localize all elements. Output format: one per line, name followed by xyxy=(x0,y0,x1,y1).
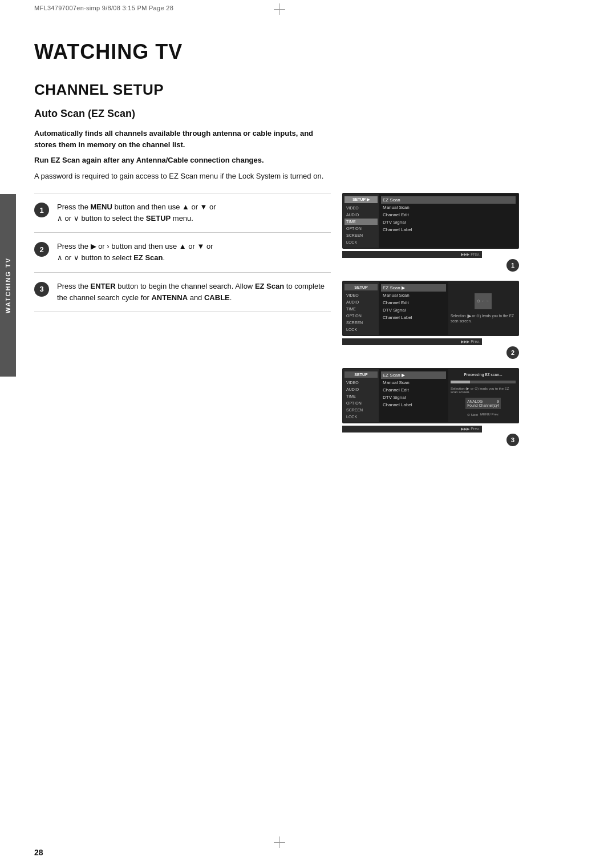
tv-next-label: ⊙ Next xyxy=(467,413,478,417)
tv-found-count: 4 xyxy=(497,403,499,407)
tv-menu-channeledit-2: Channel Edit xyxy=(381,299,446,306)
steps-left: 1 Press the MENU button and then use ▲ o… xyxy=(34,193,331,451)
tv-menu-dtvsignal-1: DTV Signal xyxy=(381,219,516,226)
screen-wrapper-2: SETUP VIDEO AUDIO TIME OPTION SCREEN LOC… xyxy=(342,281,593,360)
tv-nav-row: ⊙ Next MENU Prev. xyxy=(467,413,499,417)
page-content: WATCHING TV CHANNEL SETUP Auto Scan (EZ … xyxy=(34,23,593,842)
tv-progress-bar xyxy=(451,381,516,383)
crosshair-top xyxy=(274,3,285,15)
tv-sidebar-screen-3: SCREEN xyxy=(345,407,378,413)
step-text-2: Press the ▶ or › button and then use ▲ o… xyxy=(57,241,331,264)
tv-menu-ezscan-3: EZ Scan ▶ xyxy=(381,371,446,379)
crosshair-bottom xyxy=(274,836,285,848)
tv-screen-3: SETUP VIDEO AUDIO TIME OPTION SCREEN LOC… xyxy=(342,368,519,423)
tv-footer-1: ▶▶▶ Prev. xyxy=(342,251,482,258)
tv-right-image-2: ⊙ ←→ xyxy=(475,293,492,309)
tv-screen-1: SETUP ▶ VIDEO AUDIO TIME OPTION SCREEN L… xyxy=(342,193,519,249)
tv-sidebar-screen-2: SCREEN xyxy=(345,320,378,326)
tv-right-caption-2: Selection (▶ or ⊙) leads you to the EZ s… xyxy=(451,314,516,324)
screen-wrapper-3: SETUP VIDEO AUDIO TIME OPTION SCREEN LOC… xyxy=(342,368,593,447)
step-row-1: 1 Press the MENU button and then use ▲ o… xyxy=(34,193,331,232)
tv-menu-label: MENU Prev. xyxy=(480,413,499,417)
meta-line: MFL34797007en-simp 9/8/08 3:15 PM Page 2… xyxy=(34,5,173,11)
tv-menu-channeledit-3: Channel Edit xyxy=(381,386,446,394)
tv-sidebar-header-1: SETUP ▶ xyxy=(345,196,378,203)
step-row-2: 2 Press the ▶ or › button and then use ▲… xyxy=(34,232,331,272)
tv-sidebar-screen-1: SCREEN xyxy=(345,232,378,239)
tv-menu-manualscan-2: Manual Scan xyxy=(381,292,446,299)
screen-badge-2: 2 xyxy=(506,346,519,359)
step-row-3: 3 Press the ENTER button to begin the ch… xyxy=(34,272,331,312)
tv-analog-label: ANALOG xyxy=(467,399,483,403)
tv-menu-dtvsignal-3: DTV Signal xyxy=(381,394,446,401)
tv-footer-3: ▶▶▶ Prev. xyxy=(342,426,482,432)
tv-sidebar-2: SETUP VIDEO AUDIO TIME OPTION SCREEN LOC… xyxy=(343,282,379,335)
step-number-3: 3 xyxy=(34,282,49,297)
side-tab: WATCHING TV xyxy=(0,194,16,377)
steps-area: 1 Press the MENU button and then use ▲ o… xyxy=(34,193,593,451)
tv-sidebar-video-2: VIDEO xyxy=(345,292,378,298)
tv-sidebar-option-3: OPTION xyxy=(345,400,378,406)
tv-progress-fill xyxy=(451,381,470,383)
tv-analog-box: ANALOG 9 Found Channel(s) 4 xyxy=(465,398,501,409)
tv-sidebar-video-1: VIDEO xyxy=(345,205,378,211)
page-title: WATCHING TV xyxy=(34,40,593,64)
tv-sidebar-1: SETUP ▶ VIDEO AUDIO TIME OPTION SCREEN L… xyxy=(343,194,379,248)
tv-menu-ezscan-1: EZ Scan xyxy=(381,196,516,204)
steps-right: SETUP ▶ VIDEO AUDIO TIME OPTION SCREEN L… xyxy=(342,193,593,451)
tv-menu-channellabel-2: Channel Label xyxy=(381,314,446,321)
tv-menu-channellabel-3: Channel Label xyxy=(381,401,446,409)
screen-badge-3: 3 xyxy=(506,434,519,446)
step-text-3: Press the ENTER button to begin the chan… xyxy=(57,281,331,304)
tv-menu-channeledit-1: Channel Edit xyxy=(381,211,516,219)
tv-selection-text-3: Selection (▶ or ⊙) leads you to the EZ s… xyxy=(451,386,516,394)
tv-sidebar-lock-2: LOCK xyxy=(345,326,378,333)
tv-sidebar-time-3: TIME xyxy=(345,393,378,399)
tv-screen-2: SETUP VIDEO AUDIO TIME OPTION SCREEN LOC… xyxy=(342,281,519,336)
tv-menu-manualscan-1: Manual Scan xyxy=(381,204,516,211)
tv-sidebar-header-3: SETUP xyxy=(345,371,378,378)
tv-sidebar-audio-2: AUDIO xyxy=(345,299,378,305)
tv-found-label: Found Channel(s) xyxy=(467,403,497,407)
tv-processing-title: Processing EZ scan... xyxy=(464,373,502,377)
intro-para-3: A password is required to gain access to… xyxy=(34,171,331,182)
intro-para-2: Run EZ Scan again after any Antenna/Cabl… xyxy=(34,155,331,166)
tv-right-panel-3: Processing EZ scan... Selection (▶ or ⊙)… xyxy=(448,369,518,422)
subsection-title: Auto Scan (EZ Scan) xyxy=(34,108,593,120)
tv-menu-ezscan-2: EZ Scan ▶ xyxy=(381,284,446,292)
tv-sidebar-option-2: OPTION xyxy=(345,313,378,319)
tv-analog-count: 9 xyxy=(497,399,499,403)
side-tab-label: WATCHING TV xyxy=(5,257,11,313)
tv-sidebar-audio-3: AUDIO xyxy=(345,386,378,393)
tv-sidebar-option-1: OPTION xyxy=(345,225,378,232)
tv-menu-manualscan-3: Manual Scan xyxy=(381,379,446,386)
step-number-1: 1 xyxy=(34,203,49,217)
page-number: 28 xyxy=(34,848,43,857)
tv-sidebar-header-2: SETUP xyxy=(345,284,378,290)
tv-menu-2: EZ Scan ▶ Manual Scan Channel Edit DTV S… xyxy=(379,282,448,335)
tv-menu-3: EZ Scan ▶ Manual Scan Channel Edit DTV S… xyxy=(379,369,448,422)
intro-para-1: Automatically finds all channels availab… xyxy=(34,128,331,150)
screen-badge-1: 1 xyxy=(506,259,519,272)
tv-sidebar-lock-3: LOCK xyxy=(345,414,378,420)
tv-menu-1: EZ Scan Manual Scan Channel Edit DTV Sig… xyxy=(379,194,518,248)
tv-menu-dtvsignal-2: DTV Signal xyxy=(381,306,446,314)
tv-right-panel-2: ⊙ ←→ Selection (▶ or ⊙) leads you to the… xyxy=(448,282,518,335)
tv-sidebar-video-3: VIDEO xyxy=(345,379,378,386)
section-title: CHANNEL SETUP xyxy=(34,81,593,99)
tv-sidebar-3: SETUP VIDEO AUDIO TIME OPTION SCREEN LOC… xyxy=(343,369,379,422)
step-text-1: Press the MENU button and then use ▲ or … xyxy=(57,201,331,224)
tv-sidebar-lock-1: LOCK xyxy=(345,239,378,245)
tv-sidebar-time-1: TIME xyxy=(345,219,378,225)
tv-footer-2: ▶▶▶ Prev. xyxy=(342,338,482,345)
tv-sidebar-time-2: TIME xyxy=(345,306,378,312)
step-number-2: 2 xyxy=(34,242,49,257)
screen-wrapper-1: SETUP ▶ VIDEO AUDIO TIME OPTION SCREEN L… xyxy=(342,193,593,273)
tv-menu-channellabel-1: Channel Label xyxy=(381,226,516,233)
tv-sidebar-audio-1: AUDIO xyxy=(345,212,378,218)
